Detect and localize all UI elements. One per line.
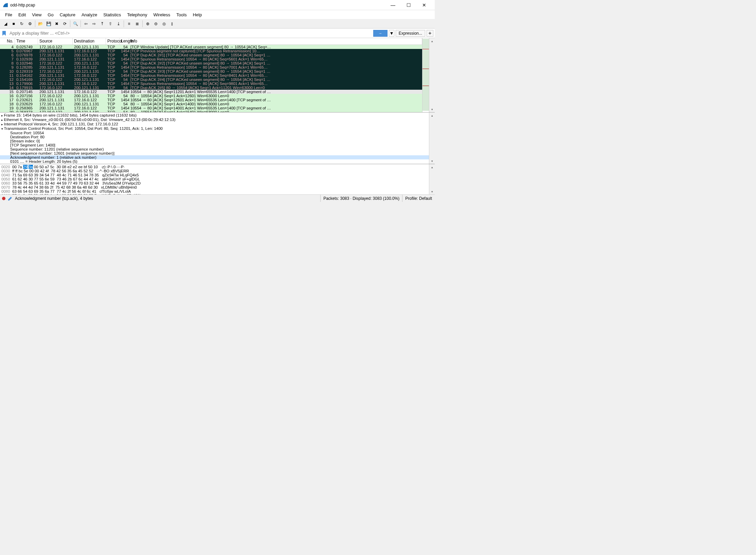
status-packets: Packets: 3083 · Displayed: 3083 (100.0%) [320,195,402,202]
col-header-no[interactable]: No. [0,38,15,45]
expression-button[interactable]: Expression... [396,30,425,37]
go-last-icon[interactable]: ⤓ [115,20,122,28]
go-forward-icon[interactable]: ⇨ [90,20,98,28]
menu-edit[interactable]: Edit [15,11,29,18]
menu-view[interactable]: View [29,11,44,18]
packet-row[interactable]: 70.102939200.121.1.131172.16.0.122TCP145… [0,57,422,61]
go-back-icon[interactable]: ⇦ [82,20,90,28]
autoscroll-icon[interactable]: ≡ [125,20,133,28]
packet-list-header[interactable]: No.TimeSourceDestinationProtocolLengthIn… [0,38,422,45]
bookmark-icon[interactable] [1,31,7,36]
add-filter-button[interactable]: + [427,30,433,37]
packet-row[interactable]: 120.154169172.16.0.122200.121.1.131TCP54… [0,77,422,82]
packet-row[interactable]: 140.179915172.16.0.122200.121.1.131TCP54… [0,86,422,90]
packet-row[interactable]: 180.232629172.16.0.122200.121.1.131TCP54… [0,102,422,106]
packet-row[interactable]: 160.207156172.16.0.122200.121.1.131TCP54… [0,94,422,98]
edit-icon[interactable] [7,196,13,201]
stop-icon[interactable]: ■ [10,20,17,28]
detail-row[interactable]: [Next sequence number: 12601 (relative s… [0,151,429,155]
filter-dropdown[interactable]: ▾ [389,30,394,37]
reload-icon[interactable]: ⟳ [61,20,69,28]
detail-row[interactable]: Source Port: 10554 [0,131,429,135]
detail-row[interactable]: Destination Port: 80 [0,135,429,139]
packet-row[interactable]: 170.232621200.121.1.131172.16.0.122TCP14… [0,98,422,102]
packet-row[interactable]: 40.025749172.16.0.122200.121.1.131TCP54[… [0,45,422,49]
packet-row[interactable]: 130.179906200.121.1.131172.16.0.122TCP14… [0,82,422,86]
shark-fin-icon[interactable]: ◢ [2,20,9,28]
packet-row[interactable]: 60.076978172.16.0.122200.121.1.131TCP54[… [0,53,422,57]
detail-row[interactable]: Acknowledgment number: 1 (relative ack n… [0,155,429,159]
menu-tools[interactable]: Tools [173,11,190,18]
hex-row[interactable]: 0080 63 66 54 63 69 35 6a 77 77 4c 2f 56… [0,189,429,193]
save-icon[interactable]: 💾 [45,20,52,28]
detail-row[interactable]: [Stream index: 0] [0,139,429,143]
packet-row[interactable]: 100.128319172.16.0.122200.121.1.131TCP54… [0,69,422,73]
col-header-time[interactable]: Time [15,38,38,45]
detail-row[interactable]: [TCP Segment Len: 1400] [0,143,429,147]
expert-info-icon[interactable] [2,197,5,200]
zoom-reset-icon[interactable]: ◎ [160,20,168,28]
status-field: Acknowledgment number (tcp.ack), 4 bytes [15,196,320,201]
menu-telephony[interactable]: Telephony [124,11,150,18]
packet-row[interactable]: 200.258373172.16.0.122200.121.1.131TCP54… [0,110,422,112]
menu-statistics[interactable]: Statistics [100,11,124,18]
minimize-button[interactable]: — [385,0,401,10]
resize-columns-icon[interactable]: ⫿ [168,20,176,28]
status-profile[interactable]: Profile: Default [402,195,435,202]
menu-help[interactable]: Help [190,11,205,18]
col-header-destination[interactable]: Destination [73,38,106,45]
title-bar: odd-http.pcap — ☐ ✕ [0,0,435,10]
menu-bar: FileEditViewGoCaptureAnalyzeStatisticsTe… [0,10,435,19]
colorize-icon[interactable]: ≣ [133,20,141,28]
packet-list-pane: No.TimeSourceDestinationProtocolLengthIn… [0,38,435,112]
hex-row[interactable]: 0070 78 4c 44 4d 74 38 6b 2f 75 42 68 38… [0,185,429,189]
main-toolbar: ◢■↻⚙📂💾✖⟳🔍⇦⇨⤒⇧⤓≡≣⊕⊖◎⫿ [0,19,435,29]
hex-row[interactable]: 0060 33 56 75 35 65 61 33 4d 44 59 77 49… [0,181,429,185]
packet-bytes-pane: 0020 00 7a 29 3a 00 50 a7 5c 30 08 e2 e2… [0,164,435,194]
hex-row[interactable]: 0050 61 62 46 30 77 55 6e 59 73 46 2b 67… [0,177,429,181]
packet-row[interactable]: 50.076967200.121.1.131172.16.0.122TCP145… [0,49,422,53]
menu-go[interactable]: Go [44,11,56,18]
packet-row[interactable]: 80.102946172.16.0.122200.121.1.131TCP54[… [0,61,422,65]
col-header-source[interactable]: Source [38,38,73,45]
options-icon[interactable]: ⚙ [26,20,34,28]
detail-row[interactable]: Sequence number: 11201 (relative sequenc… [0,147,429,151]
detail-row[interactable]: Ethernet II, Src: Vmware_c0:00:01 (00:50… [0,118,429,122]
menu-file[interactable]: File [2,11,15,18]
search-icon[interactable]: 🔍 [72,20,79,28]
hex-row[interactable]: 0040 71 5a 69 63 39 34 54 77 48 4c 71 46… [0,173,429,177]
zoom-in-icon[interactable]: ⊕ [144,20,151,28]
maximize-button[interactable]: ☐ [401,0,416,10]
packet-row[interactable]: 110.154162200.121.1.131172.16.0.122TCP14… [0,73,422,77]
packet-list-scrollbar[interactable]: ▴ ▾ [429,38,435,112]
col-header-info[interactable]: Info [129,38,422,45]
go-up-icon[interactable]: ⇧ [107,20,114,28]
restart-icon[interactable]: ↻ [18,20,25,28]
menu-wireless[interactable]: Wireless [150,11,173,18]
col-header-protocol[interactable]: Protocol [106,38,120,45]
detail-row[interactable]: Transmission Control Protocol, Src Port:… [0,126,429,131]
detail-row[interactable]: 0101 .... = Header Length: 20 bytes (5) [0,159,429,163]
hex-row[interactable]: 0030 ff ff bc 5e 00 00 42 4f 78 42 56 35… [0,169,429,173]
go-first-icon[interactable]: ⤒ [98,20,106,28]
menu-analyze[interactable]: Analyze [78,11,100,18]
filter-apply-button[interactable]: → [373,30,388,37]
col-header-length[interactable]: Length [120,38,129,45]
close-file-icon[interactable]: ✖ [53,20,60,28]
packet-row[interactable]: 90.128285200.121.1.131172.16.0.122TCP145… [0,65,422,69]
menu-capture[interactable]: Capture [57,11,78,18]
detail-row[interactable]: Frame 15: 1454 bytes on wire (11632 bits… [0,113,429,118]
details-scrollbar[interactable]: ▴ ▾ [429,112,435,164]
zoom-out-icon[interactable]: ⊖ [152,20,160,28]
packet-diagram-minimap[interactable] [422,38,429,112]
packet-row[interactable]: 150.207145200.121.1.131172.16.0.122TCP14… [0,90,422,94]
hex-scrollbar[interactable]: ▴ ▾ [429,164,435,194]
open-folder-icon[interactable]: 📂 [37,20,44,28]
status-bar: Acknowledgment number (tcp.ack), 4 bytes… [0,194,435,202]
close-button[interactable]: ✕ [416,0,432,10]
detail-row[interactable]: Internet Protocol Version 4, Src: 200.12… [0,122,429,126]
packet-row[interactable]: 190.258365200.121.1.131172.16.0.122TCP14… [0,106,422,110]
display-filter-input[interactable] [8,30,372,36]
hex-row[interactable]: 0020 00 7a 29 3a 00 50 a7 5c 30 08 e2 e2… [0,165,429,169]
window-title: odd-http.pcap [10,3,385,7]
